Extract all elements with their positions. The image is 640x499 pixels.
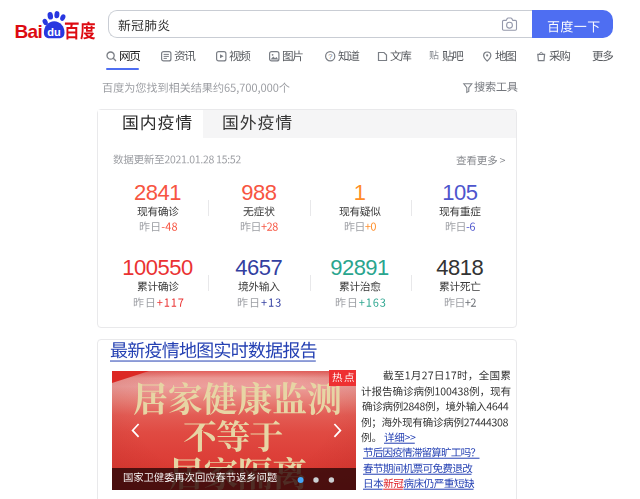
- svg-text:?: ?: [328, 52, 332, 61]
- svg-text:du: du: [47, 26, 60, 38]
- svg-text:Bai: Bai: [15, 21, 42, 42]
